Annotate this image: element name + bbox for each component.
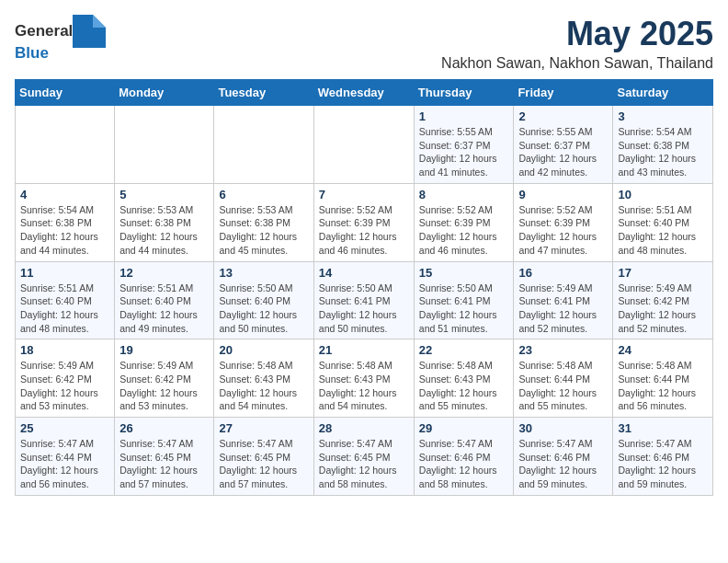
day-number: 10 bbox=[618, 188, 708, 201]
calendar-cell: 2Sunrise: 5:55 AM Sunset: 6:37 PM Daylig… bbox=[514, 106, 613, 184]
day-info: Sunrise: 5:52 AM Sunset: 6:39 PM Dayligh… bbox=[419, 203, 509, 258]
day-number: 3 bbox=[618, 109, 708, 123]
title-area: May 2025 Nakhon Sawan, Nakhon Sawan, Tha… bbox=[441, 15, 713, 72]
day-number: 17 bbox=[618, 266, 708, 280]
svg-marker-1 bbox=[93, 15, 106, 28]
calendar-cell: 18Sunrise: 5:49 AM Sunset: 6:42 PM Dayli… bbox=[16, 339, 115, 418]
day-info: Sunrise: 5:47 AM Sunset: 6:45 PM Dayligh… bbox=[119, 437, 209, 491]
day-number: 24 bbox=[618, 343, 708, 357]
calendar-cell: 10Sunrise: 5:51 AM Sunset: 6:40 PM Dayli… bbox=[613, 183, 713, 261]
calendar-cell: 7Sunrise: 5:52 AM Sunset: 6:39 PM Daylig… bbox=[313, 183, 414, 261]
day-number: 23 bbox=[518, 343, 608, 357]
day-info: Sunrise: 5:48 AM Sunset: 6:43 PM Dayligh… bbox=[319, 359, 409, 413]
weekday-header-wednesday: Wednesday bbox=[313, 80, 414, 106]
day-number: 14 bbox=[319, 266, 409, 280]
day-info: Sunrise: 5:53 AM Sunset: 6:38 PM Dayligh… bbox=[219, 203, 308, 258]
day-info: Sunrise: 5:54 AM Sunset: 6:38 PM Dayligh… bbox=[618, 125, 708, 179]
day-info: Sunrise: 5:47 AM Sunset: 6:45 PM Dayligh… bbox=[319, 437, 409, 491]
calendar-cell: 30Sunrise: 5:47 AM Sunset: 6:46 PM Dayli… bbox=[514, 418, 613, 496]
day-number: 5 bbox=[119, 188, 209, 201]
calendar-cell: 22Sunrise: 5:48 AM Sunset: 6:43 PM Dayli… bbox=[414, 339, 514, 418]
day-number: 25 bbox=[20, 421, 109, 435]
day-info: Sunrise: 5:48 AM Sunset: 6:43 PM Dayligh… bbox=[219, 359, 308, 413]
day-number: 1 bbox=[419, 109, 509, 123]
calendar-week-row: 25Sunrise: 5:47 AM Sunset: 6:44 PM Dayli… bbox=[16, 418, 713, 496]
calendar-cell: 27Sunrise: 5:47 AM Sunset: 6:45 PM Dayli… bbox=[214, 418, 313, 496]
calendar-week-row: 4Sunrise: 5:54 AM Sunset: 6:38 PM Daylig… bbox=[16, 183, 713, 261]
day-info: Sunrise: 5:47 AM Sunset: 6:46 PM Dayligh… bbox=[618, 437, 708, 491]
calendar-cell: 8Sunrise: 5:52 AM Sunset: 6:39 PM Daylig… bbox=[414, 183, 514, 261]
logo-icon bbox=[73, 15, 106, 48]
page-header: General Blue May 2025 Nakhon Sawan, Nakh… bbox=[15, 15, 713, 72]
logo-text-general: General bbox=[15, 23, 73, 40]
calendar-cell: 23Sunrise: 5:48 AM Sunset: 6:44 PM Dayli… bbox=[514, 339, 613, 418]
day-number: 11 bbox=[20, 266, 109, 280]
calendar-cell: 11Sunrise: 5:51 AM Sunset: 6:40 PM Dayli… bbox=[16, 261, 115, 339]
calendar-week-row: 18Sunrise: 5:49 AM Sunset: 6:42 PM Dayli… bbox=[16, 339, 713, 418]
weekday-header-friday: Friday bbox=[514, 80, 613, 106]
day-number: 21 bbox=[319, 343, 409, 357]
day-info: Sunrise: 5:51 AM Sunset: 6:40 PM Dayligh… bbox=[20, 282, 109, 336]
day-number: 2 bbox=[518, 109, 608, 123]
calendar-cell: 4Sunrise: 5:54 AM Sunset: 6:38 PM Daylig… bbox=[16, 183, 115, 261]
calendar-cell bbox=[16, 106, 115, 184]
calendar-cell bbox=[115, 106, 214, 184]
day-number: 27 bbox=[219, 421, 308, 435]
calendar-cell: 1Sunrise: 5:55 AM Sunset: 6:37 PM Daylig… bbox=[414, 106, 514, 184]
weekday-header-sunday: Sunday bbox=[16, 80, 115, 106]
day-number: 4 bbox=[20, 188, 109, 201]
weekday-header-monday: Monday bbox=[115, 80, 214, 106]
logo-text-blue: Blue bbox=[15, 44, 49, 63]
weekday-header-saturday: Saturday bbox=[613, 80, 713, 106]
day-number: 18 bbox=[20, 343, 109, 357]
day-number: 19 bbox=[119, 343, 209, 357]
calendar-cell: 3Sunrise: 5:54 AM Sunset: 6:38 PM Daylig… bbox=[613, 106, 713, 184]
day-number: 6 bbox=[219, 188, 308, 201]
calendar-cell bbox=[313, 106, 414, 184]
calendar-cell: 15Sunrise: 5:50 AM Sunset: 6:41 PM Dayli… bbox=[414, 261, 514, 339]
day-number: 16 bbox=[518, 266, 608, 280]
calendar-cell: 6Sunrise: 5:53 AM Sunset: 6:38 PM Daylig… bbox=[214, 183, 313, 261]
day-number: 7 bbox=[319, 188, 409, 201]
calendar-cell: 17Sunrise: 5:49 AM Sunset: 6:42 PM Dayli… bbox=[613, 261, 713, 339]
weekday-header-tuesday: Tuesday bbox=[214, 80, 313, 106]
day-info: Sunrise: 5:48 AM Sunset: 6:43 PM Dayligh… bbox=[419, 359, 509, 413]
day-info: Sunrise: 5:47 AM Sunset: 6:45 PM Dayligh… bbox=[219, 437, 308, 491]
logo: General Blue bbox=[15, 15, 106, 63]
day-info: Sunrise: 5:55 AM Sunset: 6:37 PM Dayligh… bbox=[518, 125, 608, 179]
day-info: Sunrise: 5:49 AM Sunset: 6:42 PM Dayligh… bbox=[618, 282, 708, 336]
day-info: Sunrise: 5:49 AM Sunset: 6:42 PM Dayligh… bbox=[20, 359, 109, 413]
day-number: 22 bbox=[419, 343, 509, 357]
calendar-cell: 31Sunrise: 5:47 AM Sunset: 6:46 PM Dayli… bbox=[613, 418, 713, 496]
day-number: 31 bbox=[618, 421, 708, 435]
sub-title: Nakhon Sawan, Nakhon Sawan, Thailand bbox=[441, 55, 713, 72]
calendar-cell: 5Sunrise: 5:53 AM Sunset: 6:38 PM Daylig… bbox=[115, 183, 214, 261]
day-info: Sunrise: 5:49 AM Sunset: 6:41 PM Dayligh… bbox=[518, 282, 608, 336]
day-number: 8 bbox=[419, 188, 509, 201]
day-info: Sunrise: 5:51 AM Sunset: 6:40 PM Dayligh… bbox=[119, 282, 209, 336]
calendar-cell bbox=[214, 106, 313, 184]
calendar-cell: 26Sunrise: 5:47 AM Sunset: 6:45 PM Dayli… bbox=[115, 418, 214, 496]
day-number: 15 bbox=[419, 266, 509, 280]
calendar-cell: 21Sunrise: 5:48 AM Sunset: 6:43 PM Dayli… bbox=[313, 339, 414, 418]
day-info: Sunrise: 5:47 AM Sunset: 6:46 PM Dayligh… bbox=[419, 437, 509, 491]
day-info: Sunrise: 5:50 AM Sunset: 6:41 PM Dayligh… bbox=[319, 282, 409, 336]
calendar-cell: 28Sunrise: 5:47 AM Sunset: 6:45 PM Dayli… bbox=[313, 418, 414, 496]
svg-marker-0 bbox=[73, 15, 106, 48]
day-info: Sunrise: 5:52 AM Sunset: 6:39 PM Dayligh… bbox=[518, 203, 608, 258]
weekday-header-thursday: Thursday bbox=[414, 80, 514, 106]
calendar-cell: 14Sunrise: 5:50 AM Sunset: 6:41 PM Dayli… bbox=[313, 261, 414, 339]
day-number: 20 bbox=[219, 343, 308, 357]
day-info: Sunrise: 5:54 AM Sunset: 6:38 PM Dayligh… bbox=[20, 203, 109, 258]
calendar-cell: 24Sunrise: 5:48 AM Sunset: 6:44 PM Dayli… bbox=[613, 339, 713, 418]
main-title: May 2025 bbox=[441, 15, 713, 53]
day-number: 13 bbox=[219, 266, 308, 280]
calendar-cell: 29Sunrise: 5:47 AM Sunset: 6:46 PM Dayli… bbox=[414, 418, 514, 496]
day-info: Sunrise: 5:47 AM Sunset: 6:46 PM Dayligh… bbox=[518, 437, 608, 491]
day-number: 26 bbox=[119, 421, 209, 435]
day-info: Sunrise: 5:52 AM Sunset: 6:39 PM Dayligh… bbox=[319, 203, 409, 258]
calendar-cell: 20Sunrise: 5:48 AM Sunset: 6:43 PM Dayli… bbox=[214, 339, 313, 418]
calendar-week-row: 11Sunrise: 5:51 AM Sunset: 6:40 PM Dayli… bbox=[16, 261, 713, 339]
day-number: 30 bbox=[518, 421, 608, 435]
day-info: Sunrise: 5:55 AM Sunset: 6:37 PM Dayligh… bbox=[419, 125, 509, 179]
